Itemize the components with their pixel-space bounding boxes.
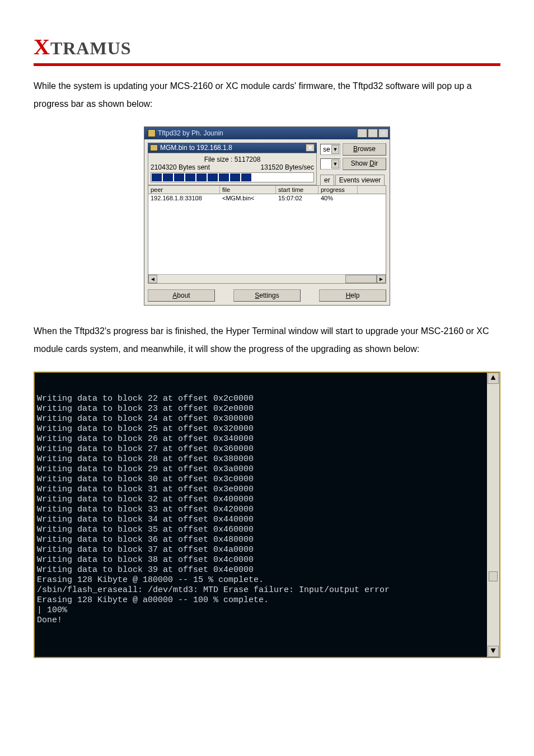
- help-button[interactable]: Help: [319, 289, 386, 302]
- bytes-sent-label: 2104320 Bytes sent: [151, 163, 210, 171]
- cell-peer: 192.168.1.8:33108: [148, 194, 220, 202]
- window-icon: [148, 129, 156, 137]
- cell-progress: 40%: [318, 194, 358, 202]
- scroll-up-icon[interactable]: ▲: [488, 373, 499, 384]
- tab-events-viewer[interactable]: Events viewer: [335, 175, 385, 185]
- terminal-window: Writing data to block 22 at offset 0x2c0…: [34, 372, 500, 658]
- close-button[interactable]: ×: [378, 129, 388, 138]
- col-file[interactable]: file: [220, 186, 276, 194]
- brand-logo: XTRAMUS: [34, 34, 500, 60]
- window-title: Tftpd32 by Ph. Jounin: [158, 129, 357, 137]
- dropdown-icon: ▼: [331, 159, 339, 168]
- scroll-right-icon[interactable]: ►: [377, 275, 386, 283]
- tab-server[interactable]: er: [320, 175, 334, 185]
- settings-button[interactable]: Settings: [233, 289, 301, 302]
- download-title: MGM.bin to 192.168.1.8: [160, 144, 232, 152]
- scroll-thumb[interactable]: [345, 275, 377, 283]
- download-icon: [150, 144, 158, 151]
- logo-x: X: [34, 34, 50, 59]
- col-peer[interactable]: peer: [148, 186, 220, 194]
- vertical-scrollbar[interactable]: ▲ ▼: [487, 373, 499, 657]
- scroll-thumb[interactable]: [489, 571, 498, 581]
- download-dialog: MGM.bin to 192.168.1.8 × File size : 511…: [148, 143, 317, 185]
- table-row[interactable]: 192.168.1.8:33108 <MGM.bin< 15:07:02 40%: [148, 194, 386, 202]
- minimize-button[interactable]: _: [357, 129, 367, 138]
- scroll-left-icon[interactable]: ◄: [148, 275, 157, 283]
- about-button[interactable]: About: [148, 289, 215, 302]
- tftpd32-window: Tftpd32 by Ph. Jounin _ □ × MGM.bin to 1…: [144, 126, 390, 306]
- maximize-button[interactable]: □: [368, 129, 378, 138]
- filesize-label: File size : 5117208: [151, 156, 314, 163]
- cell-start: 15:07:02: [276, 194, 318, 202]
- transfer-list: peer file start time progress 192.168.1.…: [148, 185, 386, 284]
- cell-file: <MGM.bin<: [220, 194, 276, 202]
- show-dir-button[interactable]: Show Dir: [343, 158, 386, 170]
- intro-paragraph-2: When the Tftpd32's progress bar is finis…: [34, 322, 500, 358]
- dropdown-icon: ▼: [331, 145, 339, 154]
- browse-button[interactable]: Browse: [343, 143, 386, 156]
- header-rule: [34, 63, 500, 66]
- download-close-button[interactable]: ×: [306, 144, 315, 152]
- scroll-down-icon[interactable]: ▼: [488, 646, 499, 657]
- intro-paragraph-1: While the system is updating your MCS-21…: [34, 77, 500, 113]
- titlebar: Tftpd32 by Ph. Jounin _ □ ×: [144, 127, 390, 139]
- interface-select[interactable]: se ▼: [320, 144, 340, 155]
- col-start-time[interactable]: start time: [276, 186, 318, 194]
- horizontal-scrollbar[interactable]: ◄ ►: [148, 274, 386, 283]
- col-progress[interactable]: progress: [318, 186, 358, 194]
- progress-bar: [151, 172, 314, 182]
- rate-label: 131520 Bytes/sec: [261, 163, 314, 171]
- logo-rest: TRAMUS: [50, 38, 132, 58]
- dir-select[interactable]: ▼: [320, 158, 340, 170]
